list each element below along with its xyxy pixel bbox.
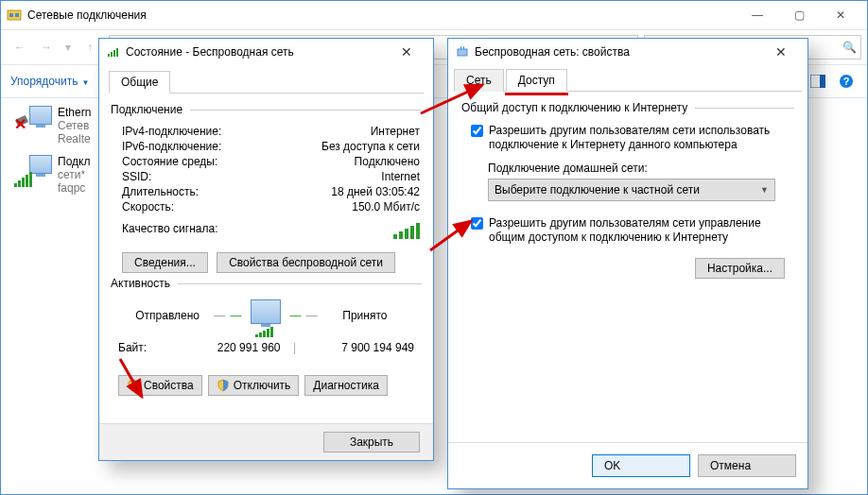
adapter-icon <box>456 45 469 59</box>
connection-group: Подключение <box>111 103 422 116</box>
svg-rect-10 <box>116 48 118 57</box>
wireless-icon <box>14 155 52 187</box>
wifi-icon <box>107 45 120 59</box>
allow-control-label: Разрешить другим пользователям сети упра… <box>489 216 794 245</box>
svg-rect-11 <box>458 49 467 56</box>
status-title: Состояние - Беспроводная сеть <box>126 45 388 59</box>
chevron-down-icon: ▼ <box>760 185 769 195</box>
back-button[interactable]: ← <box>7 34 33 60</box>
allow-control-checkbox[interactable] <box>471 217 483 230</box>
props-close-button[interactable]: ✕ <box>762 44 800 60</box>
state-label: Состояние среды: <box>122 155 355 168</box>
network-folder-icon <box>7 8 22 23</box>
svg-rect-7 <box>108 54 110 57</box>
minimize-button[interactable]: — <box>737 1 778 29</box>
history-dropdown[interactable]: ▾ <box>60 41 77 54</box>
svg-rect-1 <box>9 13 13 17</box>
svg-rect-12 <box>460 46 461 49</box>
ipv6-value: Без доступа к сети <box>321 140 420 153</box>
props-title: Беспроводная сеть: свойства <box>475 45 762 59</box>
ssid-label: SSID: <box>122 170 381 183</box>
svg-rect-8 <box>111 52 113 57</box>
signal-bars-icon <box>391 222 420 239</box>
recv-bytes: 7 900 194 949 <box>309 341 415 354</box>
ics-fieldset: Общий доступ к подключению к Интернету <box>461 101 794 114</box>
diagnose-button[interactable]: Диагностика <box>304 375 388 396</box>
props-titlebar[interactable]: Беспроводная сеть: свойства ✕ <box>448 39 807 65</box>
organize-menu[interactable]: Упорядочить▼ <box>10 75 89 88</box>
status-tabs: Общие <box>109 71 424 94</box>
tab-network[interactable]: Сеть <box>454 69 504 92</box>
sent-bytes: 220 991 960 <box>175 341 281 354</box>
allow-share-checkbox[interactable] <box>471 125 483 137</box>
svg-rect-13 <box>463 46 464 49</box>
forward-button[interactable]: → <box>33 34 60 60</box>
status-close-button[interactable]: ✕ <box>388 44 425 60</box>
close-button[interactable]: ✕ <box>820 1 861 29</box>
ipv6-label: IPv6-подключение: <box>122 140 321 153</box>
maximize-button[interactable]: ▢ <box>778 1 820 29</box>
home-connection-select[interactable]: Выберите подключение к частной сети ▼ <box>488 179 775 201</box>
tab-sharing[interactable]: Доступ <box>506 69 567 92</box>
duration-label: Длительность: <box>122 185 331 198</box>
tab-general[interactable]: Общие <box>109 71 170 94</box>
main-titlebar[interactable]: Сетевые подключения — ▢ ✕ <box>1 1 867 29</box>
preview-pane-button[interactable] <box>807 70 829 93</box>
state-value: Подключено <box>355 155 420 168</box>
wireless-properties-button[interactable]: Свойства беспроводной сети <box>217 252 395 273</box>
ssid-value: Internet <box>381 170 420 183</box>
signal-label: Качество сигнала: <box>122 222 391 242</box>
activity-group: Активность <box>111 277 422 290</box>
close-status-button[interactable]: Закрыть <box>323 432 420 452</box>
allow-share-label: Разрешить другим пользователям сети испо… <box>489 124 794 152</box>
props-tabs: Сеть Доступ <box>454 69 802 92</box>
help-button[interactable]: ? <box>835 70 858 93</box>
duration-value: 18 дней 03:05:42 <box>331 185 420 198</box>
svg-rect-4 <box>820 75 825 88</box>
cancel-button[interactable]: Отмена <box>698 454 796 477</box>
ethernet-disabled-icon: ✕ <box>14 106 52 138</box>
shield-icon <box>217 379 230 392</box>
ipv4-label: IPv4-подключение: <box>122 125 371 138</box>
properties-dialog: Беспроводная сеть: свойства ✕ Сеть Досту… <box>447 38 808 489</box>
settings-button[interactable]: Настройка... <box>695 258 785 279</box>
bytes-label: Байт: <box>118 341 175 354</box>
status-dialog: Состояние - Беспроводная сеть ✕ Общие По… <box>98 38 434 461</box>
svg-rect-2 <box>15 13 19 17</box>
activity-graphic: Отправлено — — — — Принято <box>109 299 424 332</box>
search-icon: 🔍 <box>842 41 857 54</box>
speed-label: Скорость: <box>122 200 352 213</box>
sent-label: Отправлено <box>125 309 210 322</box>
details-button[interactable]: Сведения... <box>122 252 208 273</box>
home-conn-label: Подключение домашней сети: <box>488 162 794 175</box>
disconnect-button[interactable]: Отключить <box>208 375 300 396</box>
properties-button[interactable]: Свойства <box>118 375 202 396</box>
svg-rect-9 <box>113 50 115 57</box>
svg-text:?: ? <box>843 76 850 87</box>
ipv4-value: Интернет <box>371 125 420 138</box>
recv-label: Принято <box>322 309 408 322</box>
ok-button[interactable]: OK <box>592 454 690 477</box>
status-titlebar[interactable]: Состояние - Беспроводная сеть ✕ <box>99 39 433 65</box>
speed-value: 150.0 Мбит/с <box>352 200 420 213</box>
window-title: Сетевые подключения <box>27 9 737 22</box>
shield-icon <box>127 379 140 392</box>
